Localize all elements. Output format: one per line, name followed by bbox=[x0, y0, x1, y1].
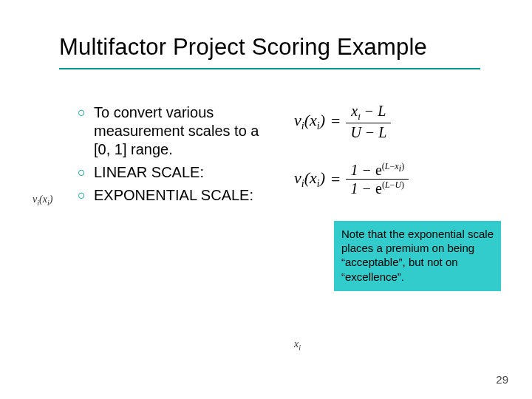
bottom-math-label: xi bbox=[294, 338, 301, 352]
equation-lhs: vi(xi) bbox=[294, 111, 325, 132]
bullet-item: ○ EXPONENTIAL SCALE: bbox=[78, 186, 262, 205]
page-number: 29 bbox=[496, 373, 508, 386]
bullet-circle-icon: ○ bbox=[78, 163, 94, 181]
equals-sign: = bbox=[331, 112, 340, 131]
bullet-item: ○ LINEAR SCALE: bbox=[78, 163, 262, 182]
slide: Multifactor Project Scoring Example ○ To… bbox=[0, 0, 532, 399]
slide-title: Multifactor Project Scoring Example bbox=[59, 34, 427, 61]
fraction-numerator: xi − L bbox=[346, 102, 391, 123]
fraction-numerator: 1 − e(L−xi) bbox=[346, 161, 409, 180]
bullet-text: LINEAR SCALE: bbox=[94, 163, 262, 182]
bullet-circle-icon: ○ bbox=[78, 186, 94, 204]
bullet-list: ○ To convert various measurement scales … bbox=[78, 103, 262, 209]
bullet-item: ○ To convert various measurement scales … bbox=[78, 103, 262, 159]
side-math-label: vi(xi) bbox=[33, 194, 52, 207]
note-callout: Note that the exponential scale places a… bbox=[334, 221, 501, 291]
equation-linear: vi(xi) = xi − L U − L bbox=[294, 102, 486, 141]
fraction: xi − L U − L bbox=[346, 102, 391, 141]
bullet-text: EXPONENTIAL SCALE: bbox=[94, 186, 262, 205]
fraction-denominator: U − L bbox=[346, 123, 391, 141]
equals-sign: = bbox=[331, 170, 340, 189]
equation-exponential: vi(xi) = 1 − e(L−xi) 1 − e(L−U) bbox=[294, 161, 494, 197]
fraction: 1 − e(L−xi) 1 − e(L−U) bbox=[346, 161, 409, 197]
equation-lhs: vi(xi) bbox=[294, 168, 325, 190]
title-underline bbox=[59, 68, 480, 69]
bullet-text: To convert various measurement scales to… bbox=[94, 103, 262, 159]
fraction-denominator: 1 − e(L−U) bbox=[346, 180, 409, 197]
bullet-circle-icon: ○ bbox=[78, 103, 94, 121]
